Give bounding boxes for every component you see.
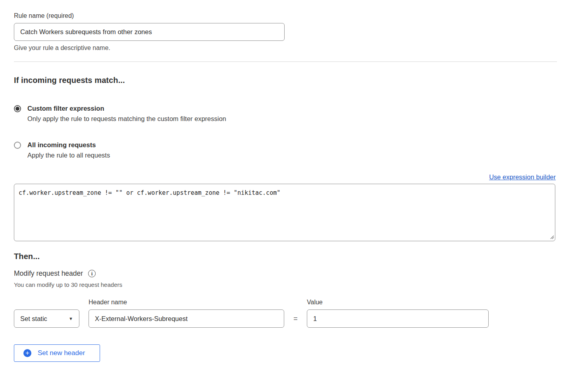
radio-label-custom-filter[interactable]: Custom filter expression — [27, 105, 226, 112]
header-name-column: Header name — [89, 299, 284, 328]
set-new-header-button[interactable]: + Set new header — [14, 344, 100, 362]
action-row: Modify request header i — [14, 269, 556, 278]
action-help-text: You can modify up to 30 request headers — [14, 281, 556, 288]
header-value-input[interactable] — [307, 309, 489, 328]
radio-desc-all-requests: Apply the rule to all requests — [27, 152, 110, 159]
radio-option-all-requests[interactable]: All incoming requests Apply the rule to … — [14, 141, 556, 159]
rule-name-input[interactable] — [14, 23, 285, 41]
operation-selected-value: Set static — [20, 315, 47, 323]
set-new-header-label: Set new header — [38, 349, 85, 357]
operation-column: Set static ▼ — [14, 299, 79, 328]
match-section-heading: If incoming requests match... — [14, 76, 556, 85]
builder-link-row: Use expression builder — [14, 173, 556, 181]
action-label: Modify request header — [14, 269, 83, 278]
info-icon[interactable]: i — [88, 270, 96, 277]
header-name-input[interactable] — [89, 309, 284, 328]
radio-option-custom-filter[interactable]: Custom filter expression Only apply the … — [14, 105, 556, 123]
then-section-heading: Then... — [14, 252, 556, 261]
rule-form: Rule name (required) Give your rule a de… — [14, 0, 556, 362]
radio-texts-custom-filter: Custom filter expression Only apply the … — [27, 105, 226, 123]
header-name-label: Header name — [89, 299, 284, 306]
header-value-column: Value — [307, 299, 489, 328]
radio-texts-all-requests: All incoming requests Apply the rule to … — [27, 141, 110, 159]
plus-icon: + — [23, 349, 31, 357]
header-value-label: Value — [307, 299, 489, 306]
operation-label-spacer — [14, 299, 79, 306]
radio-button-all-requests[interactable] — [14, 142, 21, 149]
filter-expression-textarea[interactable]: cf.worker.upstream_zone != "" or cf.work… — [14, 184, 555, 241]
section-divider — [14, 61, 557, 62]
rule-name-help: Give your rule a descriptive name. — [14, 44, 556, 52]
radio-button-custom-filter[interactable] — [14, 105, 21, 112]
radio-desc-custom-filter: Only apply the rule to requests matching… — [27, 115, 226, 123]
operation-select[interactable]: Set static ▼ — [14, 309, 79, 328]
radio-label-all-requests[interactable]: All incoming requests — [27, 141, 110, 149]
header-editor-row: Set static ▼ Header name = Value — [14, 299, 556, 328]
chevron-down-icon: ▼ — [69, 316, 73, 321]
expression-editor: cf.worker.upstream_zone != "" or cf.work… — [14, 184, 556, 241]
rule-name-label: Rule name (required) — [14, 12, 556, 19]
equals-sign: = — [284, 299, 307, 328]
use-expression-builder-link[interactable]: Use expression builder — [489, 173, 556, 181]
